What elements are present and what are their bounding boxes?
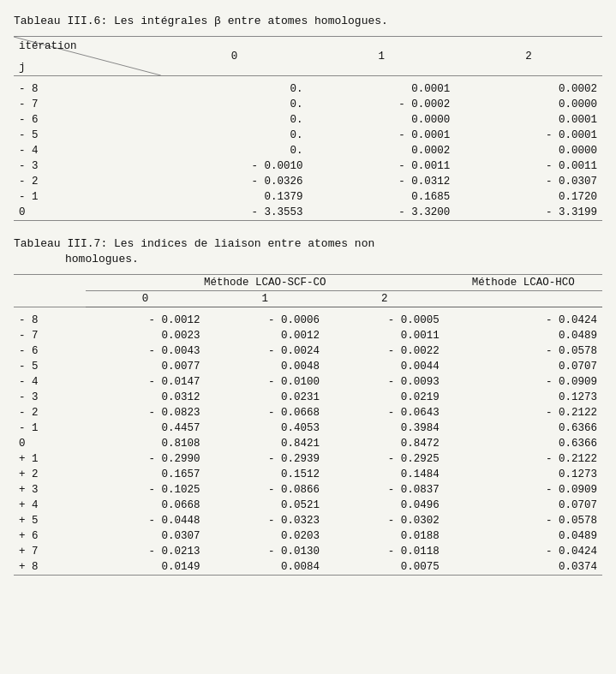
j-cell: + 2 <box>14 467 86 482</box>
c0-cell: - 0.0823 <box>86 405 206 421</box>
c0-cell: 0.0149 <box>86 559 206 576</box>
c0-cell: - 0.1025 <box>86 482 206 498</box>
c1-cell: 0.0048 <box>205 359 325 374</box>
c2-cell: - 0.0001 <box>455 128 602 143</box>
c2-cell: 0.0496 <box>325 498 445 513</box>
j-cell: 0 <box>14 436 86 451</box>
section-table2: Tableau III.7: Les indices de liaison en… <box>14 236 602 576</box>
j-cell: + 6 <box>14 528 86 544</box>
c1-cell: - 0.0130 <box>205 544 325 559</box>
c3-cell: 0.1273 <box>445 390 602 405</box>
table2-title: Tableau III.7: Les indices de liaison en… <box>14 236 602 267</box>
c2-cell: 0.0188 <box>325 528 445 544</box>
c2-cell: - 0.0011 <box>455 158 602 174</box>
table1-col0: 0 <box>161 37 308 76</box>
c1-cell: - 0.0006 <box>205 313 325 328</box>
table2-row: - 8 - 0.0012 - 0.0006 - 0.0005 - 0.0424 <box>14 313 602 328</box>
c1-cell: 0.0231 <box>205 390 325 405</box>
c1-cell: 0.0002 <box>308 143 456 158</box>
c0-cell: 0.0023 <box>86 328 206 343</box>
c2-cell: 0.1720 <box>455 189 602 205</box>
j-cell: - 1 <box>14 189 161 205</box>
j-cell: + 7 <box>14 544 86 559</box>
c3-cell: 0.0489 <box>445 528 602 544</box>
c3-cell: - 0.0424 <box>445 544 602 559</box>
j-cell: - 6 <box>14 112 161 128</box>
c1-cell: - 0.0668 <box>205 405 325 421</box>
j-cell: + 8 <box>14 559 86 576</box>
table1-row: 0 - 3.3553 - 3.3200 - 3.3199 <box>14 205 602 221</box>
c1-cell: 0.8421 <box>205 436 325 451</box>
j-cell: - 2 <box>14 174 161 189</box>
j-cell: - 4 <box>14 143 161 158</box>
iteration-label: itération <box>19 40 77 52</box>
j-cell: - 8 <box>14 313 86 328</box>
j-cell: - 6 <box>14 343 86 359</box>
c1-cell: 0.0084 <box>205 559 325 576</box>
table2-row: + 3 - 0.1025 - 0.0866 - 0.0837 - 0.0909 <box>14 482 602 498</box>
j-cell: - 7 <box>14 328 86 343</box>
j-cell: - 7 <box>14 97 161 112</box>
c1-cell: - 0.0002 <box>308 97 456 112</box>
c1-cell: 0.1685 <box>308 189 456 205</box>
c3-cell: 0.0489 <box>445 328 602 343</box>
j-cell: + 3 <box>14 482 86 498</box>
table2-col1: 1 <box>205 291 325 307</box>
j-cell: - 1 <box>14 421 86 436</box>
j-cell: + 5 <box>14 513 86 528</box>
c3-cell: - 0.0578 <box>445 343 602 359</box>
c3-cell: 0.0374 <box>445 559 602 576</box>
c3-cell: - 0.0578 <box>445 513 602 528</box>
c3-cell: - 0.2122 <box>445 451 602 467</box>
c2-cell: 0.8472 <box>325 436 445 451</box>
c0-cell: 0. <box>161 112 308 128</box>
c0-cell: - 0.2990 <box>86 451 206 467</box>
c2-cell: 0.3984 <box>325 421 445 436</box>
c0-cell: 0. <box>161 97 308 112</box>
c2-cell: - 0.0837 <box>325 482 445 498</box>
table1-row: - 8 0. 0.0001 0.0002 <box>14 81 602 97</box>
table2-row: - 5 0.0077 0.0048 0.0044 0.0707 <box>14 359 602 374</box>
c1-cell: 0.0000 <box>308 112 456 128</box>
c2-cell: - 0.0302 <box>325 513 445 528</box>
c0-cell: 0.0077 <box>86 359 206 374</box>
c2-cell: 0.0000 <box>455 143 602 158</box>
c1-cell: 0.1512 <box>205 467 325 482</box>
c2-cell: - 0.0118 <box>325 544 445 559</box>
j-cell: - 3 <box>14 158 161 174</box>
table2-row: - 4 - 0.0147 - 0.0100 - 0.0093 - 0.0909 <box>14 374 602 390</box>
table2-col0: 0 <box>86 291 206 307</box>
table1-title: Tableau III.6: Les intégrales β entre at… <box>14 14 602 29</box>
c1-cell: - 0.2939 <box>205 451 325 467</box>
c0-cell: 0. <box>161 143 308 158</box>
c0-cell: 0.0668 <box>86 498 206 513</box>
table2-row: - 2 - 0.0823 - 0.0668 - 0.0643 - 0.2122 <box>14 405 602 421</box>
c0-cell: - 3.3553 <box>161 205 308 221</box>
c0-cell: 0.1657 <box>86 467 206 482</box>
c0-cell: 0.0312 <box>86 390 206 405</box>
table2-row: - 6 - 0.0043 - 0.0024 - 0.0022 - 0.0578 <box>14 343 602 359</box>
c2-cell: 0.0002 <box>455 81 602 97</box>
table2-col2: 2 <box>325 291 445 307</box>
j-cell: + 1 <box>14 451 86 467</box>
table2-row: + 4 0.0668 0.0521 0.0496 0.0707 <box>14 498 602 513</box>
c0-cell: 0.0307 <box>86 528 206 544</box>
table2-method1-header: Méthode LCAO-SCF-CO <box>86 275 445 291</box>
c3-cell: 0.0707 <box>445 498 602 513</box>
c1-cell: - 0.0100 <box>205 374 325 390</box>
c2-cell: - 3.3199 <box>455 205 602 221</box>
c1-cell: 0.0203 <box>205 528 325 544</box>
table2-method2-header: Méthode LCAO-HCO <box>445 275 602 291</box>
table1-row: - 6 0. 0.0000 0.0001 <box>14 112 602 128</box>
table2-row: + 1 - 0.2990 - 0.2939 - 0.2925 - 0.2122 <box>14 451 602 467</box>
c1-cell: - 0.0323 <box>205 513 325 528</box>
c2-cell: 0.0000 <box>455 97 602 112</box>
j-label: j <box>19 62 26 74</box>
table1-header-row: itération j 0 1 2 <box>14 37 602 76</box>
c0-cell: 0. <box>161 128 308 143</box>
c3-cell: 0.6366 <box>445 436 602 451</box>
j-cell: - 4 <box>14 374 86 390</box>
c2-cell: 0.1484 <box>325 467 445 482</box>
table1-row: - 5 0. - 0.0001 - 0.0001 <box>14 128 602 143</box>
c2-cell: - 0.0643 <box>325 405 445 421</box>
